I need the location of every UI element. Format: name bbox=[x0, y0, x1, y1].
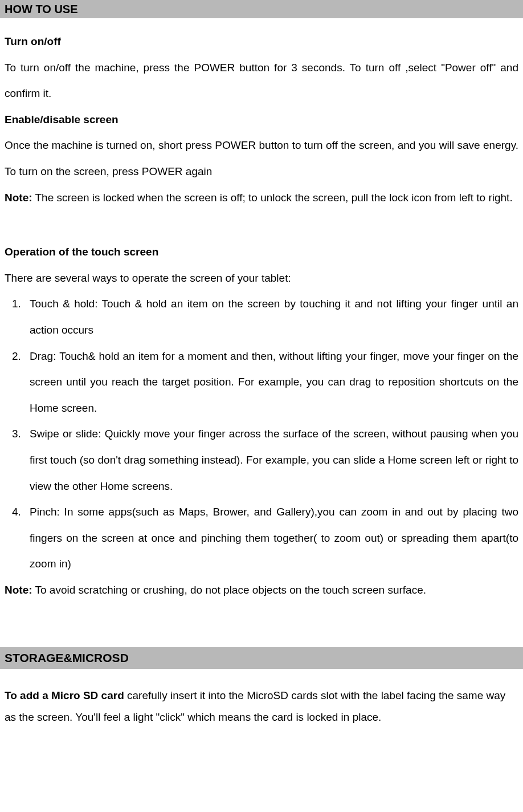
list-item: Pinch: In some apps(such as Maps, Brower… bbox=[24, 499, 518, 577]
paragraph-note-lock: Note: The screen is locked when the scre… bbox=[0, 185, 523, 211]
list-item: Touch & hold: Touch & hold an item on th… bbox=[24, 291, 518, 343]
numbered-list: Touch & hold: Touch & hold an item on th… bbox=[0, 291, 523, 577]
subheading-operation-touch-screen: Operation of the touch screen bbox=[0, 239, 523, 265]
list-item: Drag: Touch& hold an item for a moment a… bbox=[24, 343, 518, 421]
subheading-turn-on-off: Turn on/off bbox=[0, 29, 523, 55]
note-text: The screen is locked when the screen is … bbox=[32, 192, 513, 204]
paragraph-note-scratch: Note: To avoid scratching or crushing, d… bbox=[0, 577, 523, 603]
paragraph-turn-on-off: To turn on/off the machine, press the PO… bbox=[0, 55, 523, 107]
note-label: Note: bbox=[5, 192, 32, 204]
bold-lead: To add a Micro SD card bbox=[5, 689, 124, 701]
note-text: To avoid scratching or crushing, do not … bbox=[32, 584, 426, 596]
section-header-storage-microsd: STORAGE&MICROSD bbox=[0, 647, 523, 668]
subheading-enable-disable-screen: Enable/disable screen bbox=[0, 107, 523, 133]
list-item: Swipe or slide: Quickly move your finger… bbox=[24, 421, 518, 499]
section-header-how-to-use: HOW TO USE bbox=[0, 0, 523, 18]
spacer bbox=[0, 210, 523, 239]
paragraph-microsd: To add a Micro SD card carefully insert … bbox=[0, 685, 523, 728]
note-label: Note: bbox=[5, 584, 32, 596]
spacer bbox=[0, 603, 523, 631]
paragraph-enable-disable-screen: Once the machine is turned on, short pre… bbox=[0, 132, 523, 184]
paragraph-intro-ways: There are several ways to operate the sc… bbox=[0, 265, 523, 291]
